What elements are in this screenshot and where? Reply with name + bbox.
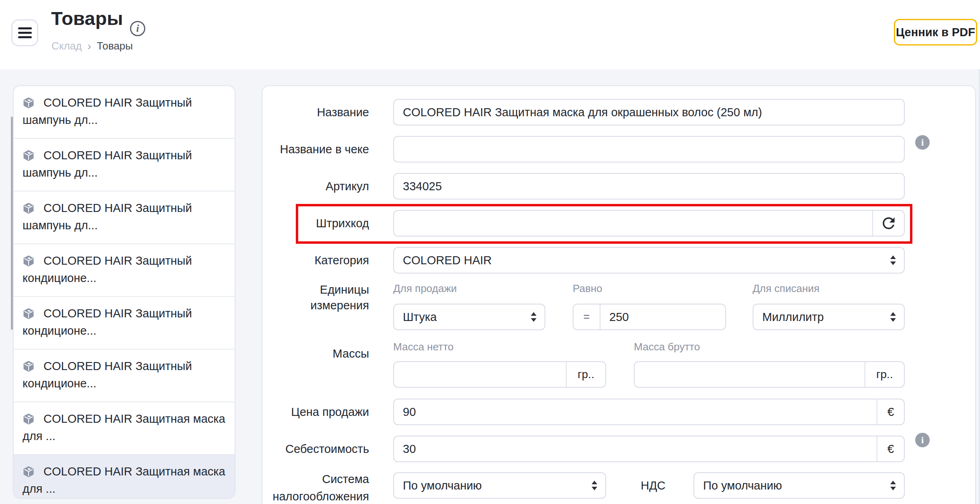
package-icon <box>23 308 35 320</box>
package-icon <box>23 360 35 372</box>
price-input[interactable]: 90 <box>394 399 877 424</box>
package-icon <box>23 150 35 162</box>
vat-value: По умолчанию <box>703 479 782 492</box>
units-writeoff-label: Для списания <box>753 282 819 295</box>
category-value: COLORED HAIR <box>403 254 492 267</box>
cost-currency: € <box>877 436 904 461</box>
product-name: COLORED HAIR Защитный кондиционе... <box>23 254 192 284</box>
list-item[interactable]: COLORED HAIR Защитный кондиционе... <box>14 244 235 297</box>
product-list: COLORED HAIR Защитный шампунь дл... COLO… <box>13 85 235 499</box>
chevron-right-icon: › <box>87 41 91 51</box>
breadcrumb: Склад › Товары <box>52 40 133 52</box>
price-tag-pdf-button[interactable]: Ценник в PDF <box>894 19 977 45</box>
cost-info-icon[interactable]: i <box>915 433 930 447</box>
barcode-input[interactable] <box>394 211 872 236</box>
barcode-input-group <box>393 210 905 237</box>
product-name: COLORED HAIR Защитный шампунь дл... <box>23 202 192 232</box>
price-label: Цена продажи <box>262 399 369 425</box>
mass-net-input[interactable] <box>394 362 566 387</box>
refresh-icon <box>880 214 897 232</box>
list-item[interactable]: COLORED HAIR Защитный кондиционе... <box>14 297 235 350</box>
mass-net-unit: гр.. <box>566 362 605 387</box>
breadcrumb-parent[interactable]: Склад <box>52 40 82 52</box>
package-icon <box>23 255 35 267</box>
product-name: COLORED HAIR Защитный шампунь дл... <box>23 149 192 179</box>
list-item[interactable]: COLORED HAIR Защитный шампунь дл... <box>14 191 235 244</box>
units-equals-input[interactable]: 250 <box>600 304 725 329</box>
product-name: COLORED HAIR Защитный шампунь дл... <box>23 96 192 126</box>
category-label: Категория <box>262 247 369 274</box>
package-icon <box>23 202 35 214</box>
units-sale-label: Для продажи <box>393 282 457 295</box>
list-item[interactable]: COLORED HAIR Защитная маска для ... <box>14 402 235 455</box>
receipt-name-info-icon[interactable]: i <box>915 135 930 150</box>
select-arrows-icon <box>531 312 536 322</box>
mass-gross-label: Масса брутто <box>634 341 700 353</box>
units-writeoff-select[interactable]: Миллилитр <box>753 304 905 330</box>
units-sale-select[interactable]: Штука <box>393 304 545 330</box>
category-select[interactable]: COLORED HAIR <box>393 247 905 274</box>
list-item[interactable]: COLORED HAIR Защитный шампунь дл... <box>14 139 235 191</box>
cost-label: Себестоимость <box>262 436 369 462</box>
sku-input[interactable]: 334025 <box>393 173 905 200</box>
barcode-generate-button[interactable] <box>872 211 904 236</box>
units-sale-value: Штука <box>403 311 437 323</box>
units-label: Единицы измерения <box>262 282 369 313</box>
mass-gross-unit: гр.. <box>864 362 904 387</box>
units-writeoff-value: Миллилитр <box>762 311 824 323</box>
product-name: COLORED HAIR Защитная маска для ... <box>23 412 225 442</box>
page-title: Товары <box>51 7 123 29</box>
package-icon <box>23 97 35 109</box>
package-icon <box>23 466 35 478</box>
list-item[interactable]: COLORED HAIR Защитный кондиционе... <box>14 350 235 402</box>
header: Товары i Склад › Товары Ценник в PDF <box>0 0 980 69</box>
mass-gross-input[interactable] <box>635 362 864 387</box>
receipt-name-input[interactable] <box>393 136 905 163</box>
package-icon <box>23 413 35 425</box>
select-arrows-icon <box>890 481 896 490</box>
barcode-label: Штрихкод <box>262 210 369 237</box>
name-input[interactable]: COLORED HAIR Защитная маска для окрашенн… <box>393 99 905 125</box>
tax-system-value: По умолчанию <box>403 479 482 492</box>
tax-system-select[interactable]: По умолчанию <box>393 472 606 499</box>
units-equals-group: = 250 <box>573 304 726 330</box>
list-item[interactable]: COLORED HAIR Защитный шампунь дл... <box>14 86 235 139</box>
cost-group: 30 € <box>393 436 905 462</box>
cost-input[interactable]: 30 <box>394 436 877 461</box>
select-arrows-icon <box>592 481 597 490</box>
title-info-icon[interactable]: i <box>130 21 145 36</box>
select-arrows-icon <box>890 312 896 322</box>
select-arrows-icon <box>890 255 896 265</box>
price-group: 90 € <box>393 399 905 425</box>
product-name: COLORED HAIR Защитная маска для ... <box>23 465 225 495</box>
list-scrollbar-thumb[interactable] <box>11 117 13 330</box>
menu-button[interactable] <box>11 19 38 46</box>
mass-net-label: Масса нетто <box>393 341 454 353</box>
mass-gross-group: гр.. <box>634 361 905 388</box>
list-item-selected[interactable]: COLORED HAIR Защитная маска для ... <box>14 455 235 499</box>
mass-net-group: гр.. <box>393 361 606 388</box>
units-equals-label: Равно <box>573 282 602 295</box>
vat-select[interactable]: По умолчанию <box>693 472 905 499</box>
product-form: Название COLORED HAIR Защитная маска для… <box>262 85 976 504</box>
vat-label: НДС <box>641 472 669 499</box>
tax-system-label: Система налогообложения <box>262 471 369 504</box>
hamburger-icon <box>18 27 32 29</box>
breadcrumb-current: Товары <box>97 40 133 52</box>
price-currency: € <box>877 399 904 424</box>
name-label: Название <box>262 99 369 125</box>
sku-label: Артикул <box>262 173 369 200</box>
equals-sign: = <box>574 304 600 329</box>
masses-label: Массы <box>262 348 369 360</box>
product-name: COLORED HAIR Защитный кондиционе... <box>23 307 192 337</box>
receipt-name-label: Название в чеке <box>262 136 369 163</box>
product-name: COLORED HAIR Защитный кондиционе... <box>23 360 192 390</box>
